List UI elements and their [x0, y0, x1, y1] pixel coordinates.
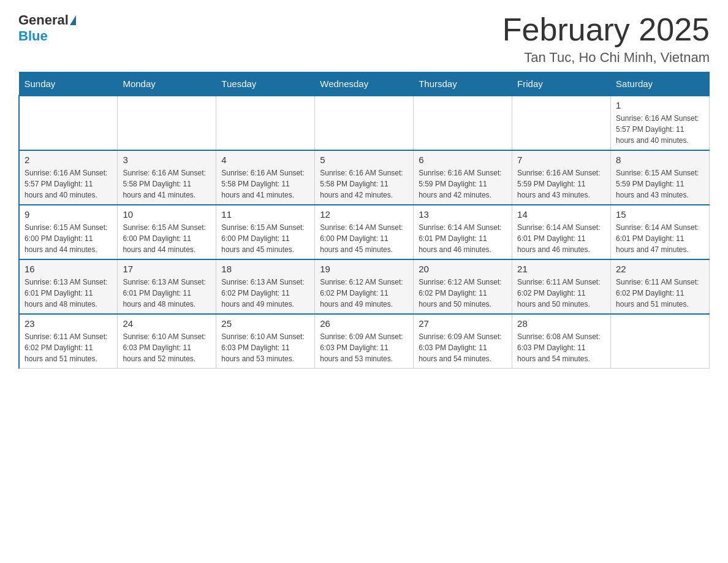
day-info: Sunrise: 6:16 AM Sunset: 5:59 PM Dayligh… — [419, 167, 507, 201]
calendar-cell: 15Sunrise: 6:14 AM Sunset: 6:01 PM Dayli… — [611, 205, 710, 259]
day-number: 14 — [517, 209, 605, 220]
weekday-header-thursday: Thursday — [414, 72, 512, 96]
day-number: 13 — [419, 209, 507, 220]
calendar-cell: 27Sunrise: 6:09 AM Sunset: 6:03 PM Dayli… — [414, 314, 512, 369]
calendar-cell: 18Sunrise: 6:13 AM Sunset: 6:02 PM Dayli… — [216, 259, 315, 314]
day-info: Sunrise: 6:09 AM Sunset: 6:03 PM Dayligh… — [419, 331, 507, 364]
logo-triangle-icon — [70, 15, 76, 25]
day-info: Sunrise: 6:16 AM Sunset: 5:59 PM Dayligh… — [517, 167, 605, 201]
calendar-cell — [611, 314, 710, 369]
calendar-cell — [216, 96, 315, 150]
calendar-cell — [19, 96, 118, 150]
calendar-cell: 17Sunrise: 6:13 AM Sunset: 6:01 PM Dayli… — [118, 259, 216, 314]
day-number: 22 — [616, 264, 704, 274]
logo-general-text: General — [18, 12, 69, 28]
logo: General Blue — [18, 12, 77, 44]
day-info: Sunrise: 6:13 AM Sunset: 6:02 PM Dayligh… — [221, 277, 309, 310]
calendar-header-row: SundayMondayTuesdayWednesdayThursdayFrid… — [19, 72, 710, 96]
day-number: 20 — [419, 264, 507, 274]
day-info: Sunrise: 6:12 AM Sunset: 6:02 PM Dayligh… — [320, 277, 408, 310]
day-info: Sunrise: 6:14 AM Sunset: 6:01 PM Dayligh… — [616, 222, 704, 255]
page-header: General Blue February 2025 Tan Tuc, Ho C… — [18, 12, 710, 66]
day-info: Sunrise: 6:11 AM Sunset: 6:02 PM Dayligh… — [25, 331, 112, 364]
logo-blue-text: Blue — [18, 28, 48, 44]
day-number: 2 — [25, 155, 112, 165]
weekday-header-wednesday: Wednesday — [315, 72, 414, 96]
day-info: Sunrise: 6:16 AM Sunset: 5:58 PM Dayligh… — [123, 167, 211, 201]
day-number: 28 — [517, 318, 605, 329]
day-number: 21 — [517, 264, 605, 274]
day-info: Sunrise: 6:09 AM Sunset: 6:03 PM Dayligh… — [320, 331, 408, 364]
day-number: 19 — [320, 264, 408, 274]
weekday-header-saturday: Saturday — [611, 72, 710, 96]
day-info: Sunrise: 6:08 AM Sunset: 6:03 PM Dayligh… — [517, 331, 605, 364]
day-number: 5 — [320, 155, 408, 165]
day-number: 8 — [616, 155, 704, 165]
calendar-cell: 1Sunrise: 6:16 AM Sunset: 5:57 PM Daylig… — [611, 96, 710, 150]
weekday-header-monday: Monday — [118, 72, 216, 96]
day-number: 6 — [419, 155, 507, 165]
calendar-cell: 19Sunrise: 6:12 AM Sunset: 6:02 PM Dayli… — [315, 259, 414, 314]
day-info: Sunrise: 6:15 AM Sunset: 5:59 PM Dayligh… — [616, 167, 704, 201]
calendar-cell: 9Sunrise: 6:15 AM Sunset: 6:00 PM Daylig… — [19, 205, 118, 259]
day-info: Sunrise: 6:13 AM Sunset: 6:01 PM Dayligh… — [25, 277, 112, 310]
day-number: 12 — [320, 209, 408, 220]
day-info: Sunrise: 6:15 AM Sunset: 6:00 PM Dayligh… — [221, 222, 309, 255]
calendar-cell — [118, 96, 216, 150]
day-number: 15 — [616, 209, 704, 220]
calendar-cell: 24Sunrise: 6:10 AM Sunset: 6:03 PM Dayli… — [118, 314, 216, 369]
location-title: Tan Tuc, Ho Chi Minh, Vietnam — [502, 50, 710, 66]
day-info: Sunrise: 6:15 AM Sunset: 6:00 PM Dayligh… — [123, 222, 211, 255]
calendar-cell: 28Sunrise: 6:08 AM Sunset: 6:03 PM Dayli… — [512, 314, 611, 369]
day-number: 26 — [320, 318, 408, 329]
calendar-cell: 4Sunrise: 6:16 AM Sunset: 5:58 PM Daylig… — [216, 150, 315, 205]
day-info: Sunrise: 6:16 AM Sunset: 5:58 PM Dayligh… — [221, 167, 309, 201]
month-title: February 2025 — [502, 12, 710, 47]
calendar-cell: 22Sunrise: 6:11 AM Sunset: 6:02 PM Dayli… — [611, 259, 710, 314]
calendar-cell: 8Sunrise: 6:15 AM Sunset: 5:59 PM Daylig… — [611, 150, 710, 205]
calendar-week-3: 9Sunrise: 6:15 AM Sunset: 6:00 PM Daylig… — [19, 205, 710, 259]
calendar-cell: 3Sunrise: 6:16 AM Sunset: 5:58 PM Daylig… — [118, 150, 216, 205]
calendar-cell: 26Sunrise: 6:09 AM Sunset: 6:03 PM Dayli… — [315, 314, 414, 369]
day-number: 25 — [221, 318, 309, 329]
calendar-cell: 6Sunrise: 6:16 AM Sunset: 5:59 PM Daylig… — [414, 150, 512, 205]
calendar-cell: 21Sunrise: 6:11 AM Sunset: 6:02 PM Dayli… — [512, 259, 611, 314]
calendar-week-4: 16Sunrise: 6:13 AM Sunset: 6:01 PM Dayli… — [19, 259, 710, 314]
calendar-week-1: 1Sunrise: 6:16 AM Sunset: 5:57 PM Daylig… — [19, 96, 710, 150]
weekday-header-friday: Friday — [512, 72, 611, 96]
calendar-cell — [315, 96, 414, 150]
calendar-cell — [512, 96, 611, 150]
calendar-table: SundayMondayTuesdayWednesdayThursdayFrid… — [18, 72, 710, 369]
calendar-week-5: 23Sunrise: 6:11 AM Sunset: 6:02 PM Dayli… — [19, 314, 710, 369]
day-info: Sunrise: 6:15 AM Sunset: 6:00 PM Dayligh… — [25, 222, 112, 255]
day-number: 3 — [123, 155, 211, 165]
day-info: Sunrise: 6:14 AM Sunset: 6:00 PM Dayligh… — [320, 222, 408, 255]
day-number: 9 — [25, 209, 112, 220]
day-info: Sunrise: 6:16 AM Sunset: 5:58 PM Dayligh… — [320, 167, 408, 201]
day-number: 24 — [123, 318, 211, 329]
calendar-cell: 5Sunrise: 6:16 AM Sunset: 5:58 PM Daylig… — [315, 150, 414, 205]
calendar-cell: 12Sunrise: 6:14 AM Sunset: 6:00 PM Dayli… — [315, 205, 414, 259]
day-info: Sunrise: 6:11 AM Sunset: 6:02 PM Dayligh… — [616, 277, 704, 310]
calendar-cell: 16Sunrise: 6:13 AM Sunset: 6:01 PM Dayli… — [19, 259, 118, 314]
calendar-cell: 7Sunrise: 6:16 AM Sunset: 5:59 PM Daylig… — [512, 150, 611, 205]
day-number: 16 — [25, 264, 112, 274]
day-number: 1 — [616, 100, 704, 110]
calendar-cell: 13Sunrise: 6:14 AM Sunset: 6:01 PM Dayli… — [414, 205, 512, 259]
calendar-cell: 2Sunrise: 6:16 AM Sunset: 5:57 PM Daylig… — [19, 150, 118, 205]
calendar-cell: 11Sunrise: 6:15 AM Sunset: 6:00 PM Dayli… — [216, 205, 315, 259]
weekday-header-sunday: Sunday — [19, 72, 118, 96]
day-info: Sunrise: 6:16 AM Sunset: 5:57 PM Dayligh… — [616, 113, 704, 146]
calendar-cell: 10Sunrise: 6:15 AM Sunset: 6:00 PM Dayli… — [118, 205, 216, 259]
day-info: Sunrise: 6:14 AM Sunset: 6:01 PM Dayligh… — [517, 222, 605, 255]
day-number: 11 — [221, 209, 309, 220]
day-info: Sunrise: 6:11 AM Sunset: 6:02 PM Dayligh… — [517, 277, 605, 310]
day-info: Sunrise: 6:14 AM Sunset: 6:01 PM Dayligh… — [419, 222, 507, 255]
day-number: 23 — [25, 318, 112, 329]
day-info: Sunrise: 6:13 AM Sunset: 6:01 PM Dayligh… — [123, 277, 211, 310]
calendar-week-2: 2Sunrise: 6:16 AM Sunset: 5:57 PM Daylig… — [19, 150, 710, 205]
calendar-cell: 14Sunrise: 6:14 AM Sunset: 6:01 PM Dayli… — [512, 205, 611, 259]
calendar-cell: 20Sunrise: 6:12 AM Sunset: 6:02 PM Dayli… — [414, 259, 512, 314]
calendar-cell — [414, 96, 512, 150]
day-number: 17 — [123, 264, 211, 274]
